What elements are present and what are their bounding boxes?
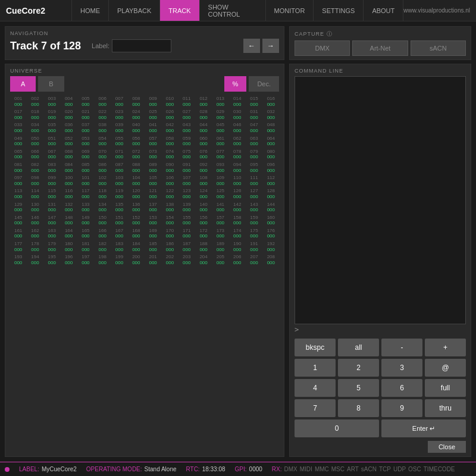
keypad-0-button[interactable]: 0 — [295, 419, 379, 437]
dmx-channel: 038 — [99, 122, 107, 128]
rx-dmx: DMX — [284, 466, 298, 472]
keypad-thru-button[interactable]: thru — [425, 399, 466, 417]
nav-settings[interactable]: SETTINGS — [314, 0, 364, 21]
status-indicator — [5, 467, 10, 472]
dmx-cell-43: 043000 — [178, 121, 195, 134]
dmx-channel: 116 — [65, 188, 73, 194]
dmx-cell-203: 203000 — [178, 253, 195, 266]
keypad: bkspcall-+123@456full789thru0Enter ↵ — [295, 339, 466, 437]
dmx-cell-99: 099000 — [44, 174, 60, 187]
dmx-channel: 061 — [217, 136, 224, 142]
dmx-channel: 194 — [31, 254, 39, 260]
rx-art: ART — [347, 466, 359, 472]
status-rx: RX: DMX MIDI MMC MSC ART sACN TCP UDP OS… — [272, 466, 455, 472]
dmx-channel: 016 — [267, 96, 275, 102]
dmx-value: 000 — [99, 128, 107, 134]
dmx-value: 000 — [267, 181, 275, 187]
dmx-channel: 081 — [14, 162, 22, 168]
command-textarea[interactable] — [295, 76, 466, 324]
dmx-channel: 098 — [31, 175, 39, 181]
dmx-channel: 153 — [149, 215, 156, 221]
dmx-value: 000 — [82, 181, 89, 187]
keypad-all-button[interactable]: all — [338, 339, 379, 356]
dmx-cell-17: 017000 — [10, 108, 26, 121]
dmx-channel: 174 — [233, 228, 241, 234]
label-input[interactable] — [112, 39, 171, 52]
dmx-channel: 167 — [115, 228, 123, 234]
dmx-channel: 145 — [14, 215, 22, 221]
dmx-value: 000 — [217, 233, 224, 239]
dmx-channel: 172 — [199, 228, 207, 234]
keypad--button[interactable]: - — [381, 339, 422, 356]
dmx-value: 000 — [14, 141, 22, 147]
dmx-value: 000 — [31, 141, 39, 147]
dmx-value: 000 — [31, 260, 39, 266]
dmx-cell-163: 163000 — [44, 227, 60, 240]
dmx-channel: 199 — [115, 254, 123, 260]
keypad-2-button[interactable]: 2 — [338, 359, 379, 377]
keypad-bkspc-button[interactable]: bkspc — [295, 339, 336, 356]
keypad-1-button[interactable]: 1 — [295, 359, 336, 377]
nav-playback[interactable]: PLAYBACK — [109, 0, 160, 21]
keypad-5-button[interactable]: 5 — [338, 379, 379, 397]
dmx-value: 000 — [115, 233, 123, 239]
dmx-value: 000 — [267, 141, 275, 147]
close-button[interactable]: Close — [428, 441, 466, 453]
keypad-7-button[interactable]: 7 — [295, 399, 336, 417]
dmx-cell-201: 201000 — [145, 253, 161, 266]
keypad-Enter-button[interactable]: Enter ↵ — [381, 419, 466, 437]
keypad-9-button[interactable]: 9 — [381, 399, 422, 417]
dmx-cell-30: 030000 — [229, 108, 245, 121]
nav-monitor[interactable]: MONITOR — [266, 0, 314, 21]
dmx-value: 000 — [65, 220, 73, 226]
dmx-cell-136: 136000 — [128, 201, 144, 214]
dmx-cell-21: 021000 — [77, 108, 93, 121]
dmx-channel: 196 — [65, 254, 73, 260]
dmx-value: 000 — [183, 220, 190, 226]
keypad-full-button[interactable]: full — [425, 379, 466, 397]
dmx-cell-101: 101000 — [77, 174, 93, 187]
dmx-channel: 073 — [149, 149, 156, 155]
capture-dmx-button[interactable]: DMX — [295, 40, 350, 56]
nav-home[interactable]: HOME — [71, 0, 109, 21]
dmx-value: 000 — [132, 247, 140, 253]
universe-a-tab[interactable]: A — [10, 76, 36, 92]
dmx-cell-142: 142000 — [229, 201, 245, 214]
dmx-channel: 165 — [82, 228, 89, 234]
nav-items: HOME PLAYBACK TRACK SHOW CONTROL MONITOR… — [71, 0, 403, 21]
dmx-cell-82: 082000 — [27, 161, 43, 174]
nav-show-control[interactable]: SHOW CONTROL — [200, 0, 266, 21]
keypad-3-button[interactable]: 3 — [381, 359, 422, 377]
dmx-channel: 125 — [217, 188, 224, 194]
keypad-8-button[interactable]: 8 — [338, 399, 379, 417]
capture-buttons: DMX Art-Net sACN — [295, 40, 466, 56]
dmx-channel: 059 — [183, 136, 190, 142]
dmx-value: 000 — [149, 141, 156, 147]
next-track-button[interactable]: → — [262, 39, 279, 53]
capture-artnet-button[interactable]: Art-Net — [352, 40, 408, 56]
prev-track-button[interactable]: ← — [243, 39, 260, 53]
dmx-cell-65: 065000 — [10, 148, 26, 161]
dmx-cell-133: 133000 — [77, 201, 93, 214]
nav-track[interactable]: TRACK — [160, 0, 199, 21]
keypad--button[interactable]: + — [425, 339, 466, 356]
format-dec-tab[interactable]: Dec. — [249, 76, 279, 92]
format-hex-tab[interactable]: % — [224, 76, 247, 92]
dmx-cell-53: 053000 — [77, 135, 93, 148]
keypad-6-button[interactable]: 6 — [381, 379, 422, 397]
keypad--button[interactable]: @ — [425, 359, 466, 377]
dmx-cell-111: 111000 — [246, 174, 262, 187]
keypad-4-button[interactable]: 4 — [295, 379, 336, 397]
dmx-channel: 104 — [132, 175, 140, 181]
dmx-value: 000 — [199, 168, 207, 174]
dmx-value: 000 — [14, 168, 22, 174]
dmx-value: 000 — [48, 220, 56, 226]
nav-about[interactable]: ABOUT — [364, 0, 403, 21]
universe-b-tab[interactable]: B — [38, 76, 64, 92]
dmx-channel: 026 — [166, 109, 174, 115]
dmx-cell-15: 015000 — [246, 95, 262, 108]
dmx-channel: 063 — [250, 136, 258, 142]
dmx-channel: 071 — [115, 149, 123, 155]
capture-sacn-button[interactable]: sACN — [411, 40, 466, 56]
dmx-grid-container: 0010000020000030000040000050000060000070… — [10, 95, 279, 453]
